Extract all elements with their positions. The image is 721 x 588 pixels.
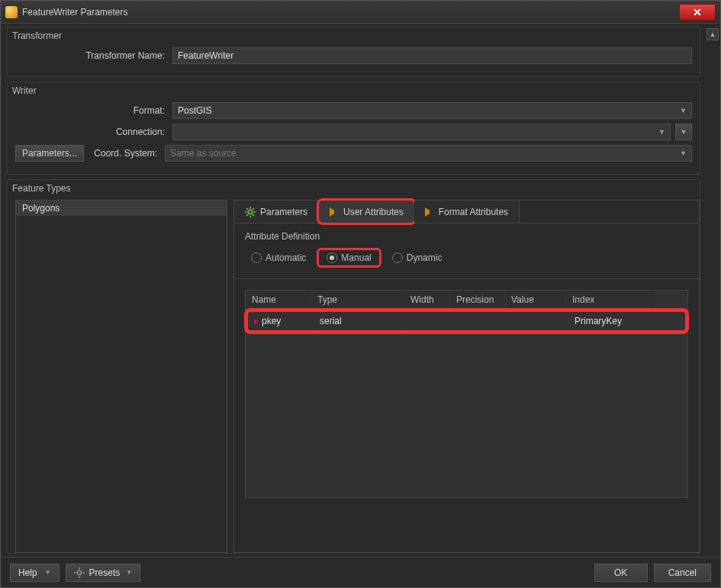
main-column: Transformer Transformer Name: FeatureWri… [7, 27, 705, 554]
transformer-group: Transformer Transformer Name: FeatureWri… [7, 27, 700, 77]
feature-type-panel: Parameters User Attributes Format Attrib… [233, 200, 700, 553]
cell-name[interactable]: ▸pkey [248, 312, 314, 330]
radio-dynamic[interactable]: Dynamic [386, 251, 449, 265]
col-width[interactable]: Width [404, 291, 450, 310]
svg-point-0 [248, 210, 252, 214]
transformer-name-value: FeatureWriter [178, 50, 233, 61]
feature-type-item-label: Polygons [22, 203, 60, 214]
feature-type-item[interactable]: Polygons [16, 201, 227, 216]
tab-parameters-label: Parameters [260, 207, 307, 217]
cell-name-value: pkey [262, 316, 281, 326]
tab-user-attributes[interactable]: User Attributes [317, 198, 417, 225]
presets-button-label: Presets [89, 567, 121, 578]
scroll-up-button[interactable]: ▲ [707, 28, 719, 40]
radio-automatic-label: Automatic [266, 252, 306, 263]
radio-automatic[interactable]: Automatic [245, 251, 312, 265]
row-indicator-icon: ▸ [254, 316, 259, 326]
feature-types-title: Feature Types [12, 183, 700, 194]
writer-group-title: Writer [12, 85, 692, 96]
col-precision[interactable]: Precision [450, 291, 505, 310]
svg-line-6 [253, 214, 254, 216]
dialog-footer: Help▼ Presets▼ OK Cancel [1, 557, 720, 587]
vertical-scrollbar[interactable]: ▲ [705, 27, 720, 554]
tab-user-attributes-label: User Attributes [343, 207, 404, 217]
help-button-label: Help [18, 567, 37, 578]
coord-system-placeholder: Same as source [170, 148, 237, 159]
presets-button[interactable]: Presets▼ [66, 564, 141, 582]
svg-line-5 [246, 208, 248, 210]
cell-precision[interactable] [452, 312, 507, 330]
radio-manual[interactable]: Manual [317, 248, 381, 268]
cancel-button[interactable]: Cancel [654, 564, 711, 582]
ok-button-label: OK [614, 567, 627, 578]
dialog-window: FeatureWriter Parameters ✕ Transformer T… [0, 0, 721, 588]
content-area: Transformer Transformer Name: FeatureWri… [1, 24, 720, 557]
title-bar: FeatureWriter Parameters ✕ [1, 1, 720, 24]
svg-line-7 [246, 214, 248, 216]
ok-button[interactable]: OK [594, 564, 648, 582]
coord-system-combo[interactable]: Same as source [165, 145, 692, 162]
radio-icon [251, 252, 262, 263]
app-icon [5, 6, 18, 18]
radio-icon [392, 252, 403, 263]
radio-dynamic-label: Dynamic [407, 252, 443, 263]
transformer-name-input[interactable]: FeatureWriter [172, 47, 692, 64]
cell-index[interactable]: PrimaryKey [568, 312, 658, 330]
arrow-right-icon [425, 207, 434, 217]
col-type[interactable]: Type [311, 291, 404, 310]
cell-width[interactable] [407, 312, 452, 330]
col-value[interactable]: Value [505, 291, 566, 310]
chevron-down-icon: ▼ [126, 569, 132, 576]
cell-value[interactable] [507, 312, 568, 330]
tab-format-attributes[interactable]: Format Attributes [414, 201, 520, 223]
format-combo[interactable]: PostGIS [172, 102, 692, 119]
svg-line-8 [253, 208, 254, 210]
attributes-table: Name Type Width Precision Value Index ▸p… [245, 290, 688, 498]
table-header-row: Name Type Width Precision Value Index [246, 291, 687, 310]
svg-point-9 [77, 570, 81, 574]
col-name[interactable]: Name [246, 291, 311, 310]
tab-parameters[interactable]: Parameters [234, 201, 319, 223]
coord-system-label: Coord. System: [89, 148, 160, 159]
attribute-definition-label: Attribute Definition [245, 231, 688, 242]
table-empty-area[interactable] [246, 333, 687, 497]
writer-group: Writer Format: PostGIS Connection: ▼ Par… [7, 82, 700, 175]
arrow-right-icon [330, 207, 339, 217]
gear-icon [245, 207, 256, 217]
feature-types-group: Feature Types Polygons Parameters [7, 179, 700, 554]
col-index[interactable]: Index [566, 291, 656, 310]
attribute-definition-radios: Automatic Manual Dynamic [245, 248, 688, 268]
format-label: Format: [15, 105, 168, 116]
chevron-down-icon: ▼ [45, 569, 51, 576]
window-title: FeatureWriter Parameters [22, 7, 128, 18]
radio-icon [327, 252, 337, 263]
transformer-group-title: Transformer [12, 31, 692, 41]
attributes-table-area: Name Type Width Precision Value Index ▸p… [234, 279, 699, 552]
writer-parameters-label: Parameters... [22, 148, 77, 159]
format-value: PostGIS [178, 105, 212, 116]
close-button[interactable]: ✕ [679, 4, 716, 21]
table-row[interactable]: ▸pkey serial PrimaryKey [246, 310, 687, 333]
tab-bar: Parameters User Attributes Format Attrib… [234, 201, 699, 223]
writer-parameters-button[interactable]: Parameters... [15, 145, 84, 162]
transformer-name-label: Transformer Name: [15, 50, 168, 61]
attribute-definition-section: Attribute Definition Automatic Manual [234, 223, 699, 279]
gear-icon [74, 567, 85, 578]
cell-type[interactable]: serial [314, 312, 407, 330]
help-button[interactable]: Help▼ [10, 564, 60, 582]
radio-manual-label: Manual [341, 252, 371, 263]
connection-combo[interactable] [172, 124, 671, 140]
connection-label: Connection: [15, 127, 168, 137]
tab-format-attributes-label: Format Attributes [439, 207, 508, 217]
connection-browse-button[interactable]: ▼ [675, 124, 692, 140]
feature-types-list[interactable]: Polygons [15, 200, 227, 553]
cancel-button-label: Cancel [668, 567, 697, 578]
